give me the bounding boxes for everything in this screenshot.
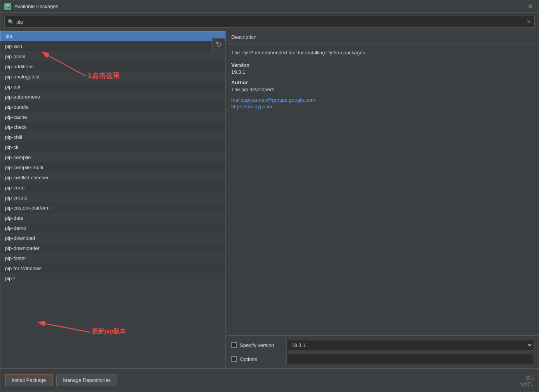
list-item[interactable]: pip-api [0,82,225,92]
clear-icon[interactable]: ✕ [527,19,531,25]
window-title: Available Packages [14,3,525,9]
email-link[interactable]: mailto:pypa-dev@groups.google.com [231,97,533,103]
desc-body-text: The PyPA recommended tool for installing… [231,49,533,57]
watermark-line1: 激活 [520,375,535,381]
list-item[interactable]: pip-compile [0,152,225,162]
specify-version-label: Specify version [240,342,286,348]
list-item[interactable]: pip-conflict-checker [0,172,225,182]
footer: Install Package Manage Repositories 激活 转… [0,368,539,392]
list-item[interactable]: pip-demo [0,223,225,233]
list-item[interactable]: pip-check [0,122,225,132]
options-row: Options [231,354,533,364]
list-item[interactable]: pip-create [0,193,225,203]
list-item[interactable]: pip-f [0,273,225,283]
watermark-line2: 转到"... [520,381,535,388]
version-value: 19.3.1 [231,69,533,75]
list-item[interactable]: pip-faster [0,253,225,263]
list-item[interactable]: pip-compile-multi [0,162,225,172]
specify-version-checkbox[interactable] [231,342,237,348]
app-icon: 📦 [4,3,11,10]
search-input[interactable] [16,19,527,25]
manage-repositories-button[interactable]: Manage Repositories [56,375,117,386]
version-label: Version [231,62,533,68]
list-item[interactable]: pip-analogj-test [0,71,225,82]
url-link[interactable]: https://pip.pypa.io/ [231,104,533,109]
options-label: Options [240,356,286,362]
list-item[interactable]: pip-additions [0,61,225,71]
list-item[interactable]: pip-downloader [0,243,225,253]
main-content: pippip-Winpip-accelpip-additionspip-anal… [0,31,539,368]
list-item[interactable]: pip-Win [0,41,225,51]
specify-version-row: Specify version 19.3.1 [231,340,533,350]
list-item[interactable]: pip-for-Windows [0,263,225,273]
watermark: 激活 转到"... [520,375,535,388]
title-bar: 📦 Available Packages ✕ [0,0,539,13]
version-select[interactable]: 19.3.1 [286,340,533,350]
search-input-wrap[interactable]: 🔍 ✕ [4,16,535,28]
install-package-button[interactable]: Install Package [5,375,52,386]
left-panel: pippip-Winpip-accelpip-additionspip-anal… [0,31,226,368]
list-item[interactable]: pip-chill [0,132,225,142]
footer-buttons: Install Package Manage Repositories [5,375,534,386]
description-header: Description [226,31,539,43]
list-item[interactable]: pip-custom-platform [0,203,225,213]
list-item[interactable]: pip-cli [0,142,225,152]
close-button[interactable]: ✕ [525,2,535,11]
list-item[interactable]: pip-date [0,213,225,223]
author-label: Author [231,80,533,85]
description-label: Description [231,34,256,40]
bottom-options: Specify version 19.3.1 Options [226,335,539,368]
options-checkbox[interactable] [231,356,237,362]
right-panel: Description The PyPA recommended tool fo… [226,31,539,368]
list-item[interactable]: pip-accel [0,51,225,61]
author-value: The pip developers [231,87,533,92]
list-item[interactable]: pip-cache [0,112,225,122]
list-item[interactable]: pip [0,31,225,41]
description-body: The PyPA recommended tool for installing… [226,43,539,335]
package-list[interactable]: pippip-Winpip-accelpip-additionspip-anal… [0,31,225,365]
search-bar: 🔍 ✕ [0,13,539,31]
list-item[interactable]: pip-download [0,233,225,243]
list-item[interactable]: pip-bundle [0,102,225,112]
search-icon: 🔍 [8,19,14,25]
refresh-button[interactable]: ↻ [212,38,225,51]
list-item[interactable]: pip-autoremove [0,92,225,102]
options-input[interactable] [286,354,533,364]
list-item[interactable]: pip-crate [0,182,225,193]
